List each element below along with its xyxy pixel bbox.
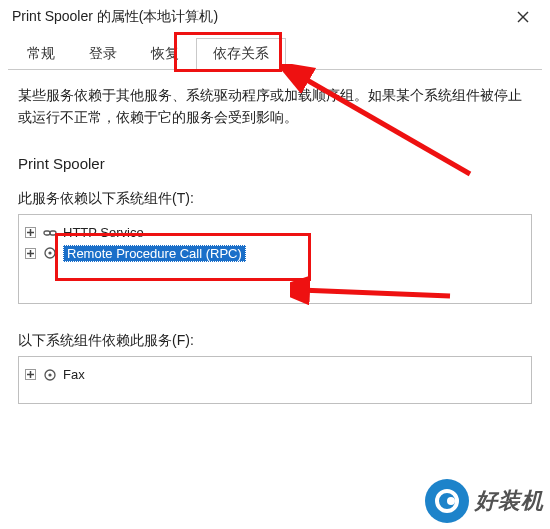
tree-item-rpc[interactable]: Remote Procedure Call (RPC) bbox=[25, 243, 525, 264]
dependents-tree[interactable]: Fax bbox=[18, 356, 532, 404]
link-icon bbox=[42, 225, 58, 241]
gear-icon bbox=[42, 245, 58, 261]
tab-recovery[interactable]: 恢复 bbox=[134, 38, 196, 70]
tree-item-http-service[interactable]: HTTP Service bbox=[25, 223, 525, 243]
depends-on-tree[interactable]: HTTP Service Remote Procedure Call (RPC) bbox=[18, 214, 532, 304]
window-title: Print Spooler 的属性(本地计算机) bbox=[12, 8, 218, 26]
tab-logon[interactable]: 登录 bbox=[72, 38, 134, 70]
expander-icon[interactable] bbox=[25, 369, 36, 380]
tabs-bar: 常规 登录 恢复 依存关系 bbox=[8, 38, 542, 70]
close-icon bbox=[517, 11, 529, 23]
window-titlebar: Print Spooler 的属性(本地计算机) bbox=[0, 0, 550, 32]
gear-icon bbox=[42, 367, 58, 383]
dependents-label: 以下系统组件依赖此服务(F): bbox=[18, 332, 532, 350]
tab-dependencies[interactable]: 依存关系 bbox=[196, 38, 286, 70]
svg-rect-5 bbox=[50, 231, 56, 235]
expander-icon[interactable] bbox=[25, 248, 36, 259]
watermark-logo-icon bbox=[425, 479, 469, 523]
service-name: Print Spooler bbox=[18, 155, 532, 172]
tab-general[interactable]: 常规 bbox=[10, 38, 72, 70]
tree-item-fax[interactable]: Fax bbox=[25, 365, 525, 385]
tab-content: 某些服务依赖于其他服务、系统驱动程序或加载顺序组。如果某个系统组件被停止或运行不… bbox=[0, 70, 550, 404]
tree-item-label-selected: Remote Procedure Call (RPC) bbox=[63, 245, 246, 262]
depends-on-label: 此服务依赖以下系统组件(T): bbox=[18, 190, 532, 208]
tree-item-label: HTTP Service bbox=[63, 225, 144, 240]
svg-point-9 bbox=[48, 252, 51, 255]
close-button[interactable] bbox=[506, 6, 540, 28]
svg-point-13 bbox=[48, 373, 51, 376]
svg-rect-4 bbox=[44, 231, 50, 235]
description-text: 某些服务依赖于其他服务、系统驱动程序或加载顺序组。如果某个系统组件被停止或运行不… bbox=[18, 84, 532, 129]
watermark-text: 好装机 bbox=[475, 486, 544, 516]
watermark: 好装机 bbox=[425, 479, 544, 523]
tree-item-label: Fax bbox=[63, 367, 85, 382]
expander-icon[interactable] bbox=[25, 227, 36, 238]
